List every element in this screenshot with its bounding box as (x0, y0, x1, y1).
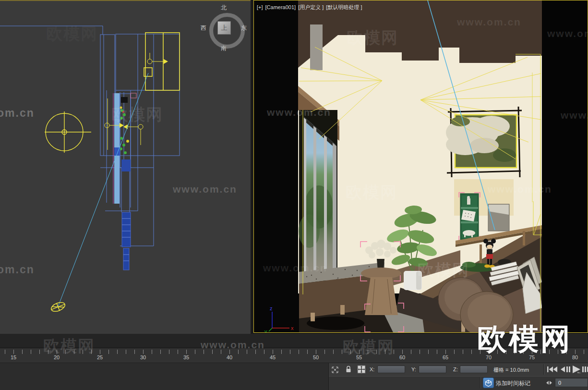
timeline-tick (264, 350, 264, 354)
isolate-selection-icon[interactable] (330, 365, 340, 375)
light-target-circle[interactable] (45, 111, 91, 153)
z-coord-field[interactable] (460, 366, 488, 373)
timeline-tick (558, 350, 558, 354)
timeline-tick (532, 350, 532, 354)
go-to-start-button[interactable] (546, 366, 559, 373)
viewport-label: [+][Camera001][用户定义 ][默认明暗处理 ] (257, 4, 364, 11)
compass-west-label[interactable]: 西 (201, 24, 206, 32)
timeline-tick (428, 350, 429, 354)
timeline-tick (437, 350, 437, 354)
timeslider-strip (0, 334, 588, 348)
viewport-menu-user[interactable]: [用户定义 ] (298, 4, 324, 10)
timeline-tick (160, 350, 161, 354)
3dsmax-window: 上 北 南 西 东 (0, 0, 588, 390)
void-right (542, 0, 588, 332)
timeline-tick (48, 350, 48, 354)
timeline-tick (497, 350, 498, 354)
timeline-tick (117, 350, 118, 354)
add-time-tag-label[interactable]: 添加时间标记 (496, 379, 530, 388)
timeline-tick (100, 350, 100, 354)
timeline-tick (143, 350, 144, 354)
timeline-tick (195, 350, 195, 354)
timeline-tick-label: 35 (183, 354, 189, 360)
x-coord-field[interactable] (377, 366, 405, 373)
timeline-tick (204, 350, 204, 354)
timeline-tick-label: 30 (140, 354, 146, 360)
axis-z-label: z (270, 305, 273, 311)
previous-frame-button[interactable] (560, 366, 571, 373)
timeline-tick (359, 350, 360, 354)
timeline-tick (402, 350, 403, 354)
y-coord-label: Y: (411, 366, 416, 372)
floor-mat-sheen (307, 317, 364, 330)
light-gizmo-3[interactable] (123, 124, 143, 145)
timeline-tick (281, 350, 282, 354)
timeline-tick (31, 350, 31, 354)
timeline-tick-label: 55 (356, 354, 362, 360)
camera-view-canvas[interactable]: z x y (254, 0, 588, 332)
timeline-tick (273, 350, 273, 354)
timeline-tick (307, 350, 308, 354)
timeline-tick (74, 350, 74, 354)
timeline-tick-label: 40 (227, 354, 232, 360)
frame-spinner[interactable] (545, 379, 553, 387)
next-frame-button[interactable] (582, 366, 588, 373)
timeline-tick (108, 350, 109, 354)
absolute-mode-icon[interactable] (356, 364, 367, 375)
compass-east-label[interactable]: 东 (241, 24, 247, 32)
compass-up-face[interactable]: 上 (217, 21, 231, 35)
timeline-tick (324, 350, 325, 354)
frame-number-field[interactable]: 0 (555, 378, 588, 387)
y-coord-field[interactable] (419, 366, 446, 373)
timeline-tick (523, 350, 524, 354)
timeline-tick (584, 350, 584, 354)
display-shelf[interactable] (459, 193, 480, 241)
divider (480, 377, 480, 389)
timeline-tick (238, 350, 239, 354)
timeline-tick (152, 350, 152, 354)
axis-y-label: y (264, 329, 267, 332)
timeline-tick (454, 350, 455, 354)
timeline-tick (290, 350, 290, 354)
viewport-menu-general[interactable]: [+] (257, 4, 263, 10)
timeline-tick (13, 350, 14, 354)
plan-viewport[interactable]: 上 北 南 西 东 (0, 0, 251, 334)
timeline-tick-label: 20 (54, 354, 60, 360)
z-coord-label: Z: (453, 366, 458, 372)
camera-target-line (58, 73, 148, 306)
viewport-menu-camera[interactable]: [Camera001] (265, 4, 296, 10)
timeline-tick (515, 350, 515, 354)
timeline-tick (212, 350, 213, 354)
timeline-ruler[interactable]: 1520253035404550556065707580 (0, 348, 588, 363)
camera-object[interactable] (50, 301, 66, 313)
compass-south-label[interactable]: 南 (221, 44, 227, 52)
plan-detail-objects[interactable] (113, 93, 136, 270)
timeline-tick (83, 350, 83, 354)
wall-wireframe[interactable] (0, 26, 180, 246)
timeline-tick (229, 350, 230, 354)
timeline-tick (489, 350, 489, 354)
viewcube-compass[interactable]: 上 北 南 西 东 (200, 4, 248, 52)
painting[interactable] (446, 107, 522, 177)
selection-lock-icon[interactable] (344, 364, 353, 375)
divider (543, 364, 544, 375)
viewport-menu-shading[interactable]: [默认明暗处理 ] (326, 4, 362, 10)
light-gizmo-1[interactable] (147, 53, 168, 64)
timeline-tick-label: 50 (313, 354, 319, 360)
wall-pillar[interactable] (310, 24, 323, 70)
timeline-tick (91, 350, 92, 354)
add-time-tag-button[interactable] (483, 378, 494, 388)
window[interactable] (299, 110, 337, 293)
camera-viewport[interactable]: z x y [+][Camera001][用户定义 ][默认明暗处理 ] (253, 0, 588, 333)
timeline-tick (471, 350, 472, 354)
timeline-tick (134, 350, 135, 354)
x-coord-label: X: (370, 366, 374, 372)
timeline-tick (169, 350, 169, 354)
timeline-tick (186, 350, 187, 354)
timeline-tick-label: 45 (270, 354, 276, 360)
compass-north-label[interactable]: 北 (221, 4, 227, 12)
timeline-tick (420, 350, 420, 354)
play-button[interactable] (571, 365, 582, 374)
timeline-tick (506, 350, 506, 354)
timeline-tick (540, 350, 541, 354)
